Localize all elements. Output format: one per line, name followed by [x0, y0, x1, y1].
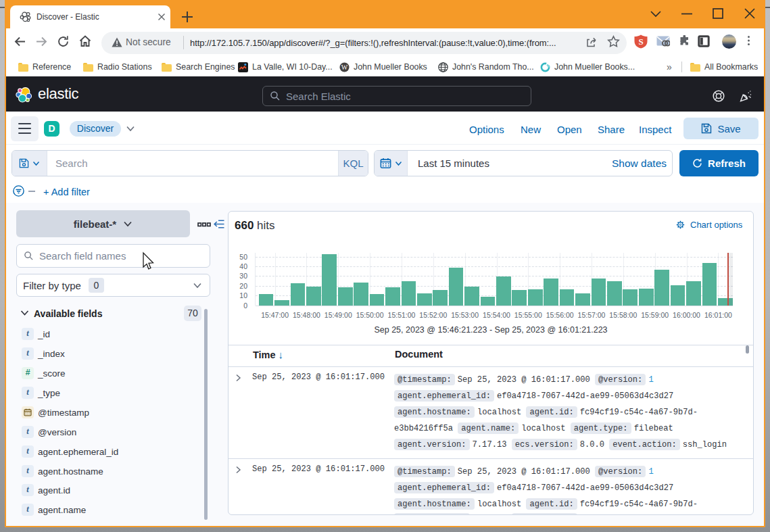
svg-text:S: S: [638, 37, 643, 47]
svg-text:W: W: [341, 64, 348, 71]
